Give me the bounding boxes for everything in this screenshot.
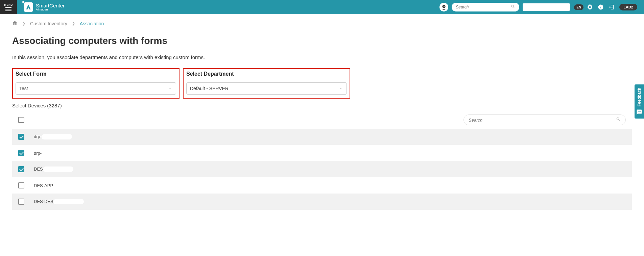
svg-point-2 xyxy=(443,6,444,7)
search-icon xyxy=(511,4,515,10)
chevron-right-icon: ❯ xyxy=(22,21,25,26)
chevron-down-icon xyxy=(164,83,172,94)
select-department-box: Select Department Default - SERVER xyxy=(183,68,350,99)
brand-subtitle: Almaden xyxy=(36,8,65,11)
select-department-label: Select Department xyxy=(186,71,347,77)
table-row[interactable]: DES xyxy=(12,161,632,177)
row-checkbox[interactable] xyxy=(18,199,24,205)
chevron-right-icon: ❯ xyxy=(72,21,75,26)
gear-icon xyxy=(587,4,593,10)
info-icon xyxy=(598,4,604,10)
feedback-tab[interactable]: Feedback xyxy=(635,84,644,119)
home-icon[interactable] xyxy=(12,20,18,27)
select-form-dropdown[interactable]: Test xyxy=(16,82,176,95)
header-field[interactable] xyxy=(523,3,570,11)
logo-icon xyxy=(24,2,33,12)
top-header: MENU SmartCenter Almaden EN LAD2 xyxy=(0,0,644,14)
feedback-label: Feedback xyxy=(637,88,642,106)
devices-count-label: Select Devices (3287) xyxy=(12,103,632,108)
select-form-box: Select Form Test xyxy=(12,68,180,99)
breadcrumb: ❯ Custom Inventory ❯ Association xyxy=(0,14,644,29)
header-search-input[interactable] xyxy=(456,5,511,9)
header-search[interactable] xyxy=(452,3,519,11)
search-icon xyxy=(616,117,621,123)
breadcrumb-custom-inventory[interactable]: Custom Inventory xyxy=(30,21,67,26)
feedback-icon xyxy=(636,109,642,115)
row-checkbox[interactable] xyxy=(18,182,24,188)
logout-button[interactable] xyxy=(609,4,615,10)
select-form-label: Select Form xyxy=(16,71,176,77)
select-department-dropdown[interactable]: Default - SERVER xyxy=(186,82,347,95)
settings-button[interactable] xyxy=(587,4,593,10)
device-name: DES xyxy=(34,167,73,172)
device-name: DES-APP xyxy=(34,183,53,188)
select-department-value: Default - SERVER xyxy=(190,86,229,91)
brand-name: SmartCenter xyxy=(36,3,65,8)
page-title: Associating computers with forms xyxy=(12,35,632,46)
menu-button[interactable]: MENU xyxy=(0,0,17,14)
table-row[interactable]: DES-APP xyxy=(12,177,632,194)
avatar[interactable] xyxy=(439,3,448,11)
devices-search[interactable] xyxy=(463,114,626,125)
svg-point-1 xyxy=(443,5,446,8)
redacted-text xyxy=(53,199,84,204)
table-toolbar xyxy=(12,114,632,125)
info-button[interactable] xyxy=(598,4,604,10)
brand-text: SmartCenter Almaden xyxy=(36,3,65,11)
brand-block[interactable]: SmartCenter Almaden xyxy=(24,2,65,12)
environment-badge: LAD2 xyxy=(619,4,637,10)
table-row[interactable]: DES-DES xyxy=(12,194,632,210)
menu-label: MENU xyxy=(4,3,13,6)
logout-icon xyxy=(609,4,615,10)
breadcrumb-current: Association xyxy=(80,21,104,26)
language-badge[interactable]: EN xyxy=(574,4,583,10)
row-checkbox[interactable] xyxy=(18,150,24,156)
row-checkbox[interactable] xyxy=(18,166,24,172)
chevron-down-icon xyxy=(335,83,343,94)
device-name: drp- xyxy=(34,134,72,140)
main-content: Associating computers with forms In this… xyxy=(0,29,644,216)
redacted-text xyxy=(43,167,73,172)
select-all-checkbox[interactable] xyxy=(18,117,24,123)
select-form-value: Test xyxy=(19,86,28,91)
page-description: In this session, you associate departmen… xyxy=(12,54,632,60)
svg-point-3 xyxy=(444,6,445,7)
row-checkbox[interactable] xyxy=(18,134,24,140)
redacted-text xyxy=(42,134,72,139)
hamburger-icon xyxy=(5,7,11,11)
select-row: Select Form Test Select Department Defau… xyxy=(12,68,632,99)
table-row[interactable]: drp- xyxy=(12,129,632,145)
device-name: DES-DES xyxy=(34,199,84,205)
devices-table: drp-drp-DESDES-APPDES-DES xyxy=(12,129,632,210)
device-name: drp- xyxy=(34,151,42,156)
devices-search-input[interactable] xyxy=(469,118,616,123)
table-row[interactable]: drp- xyxy=(12,145,632,161)
